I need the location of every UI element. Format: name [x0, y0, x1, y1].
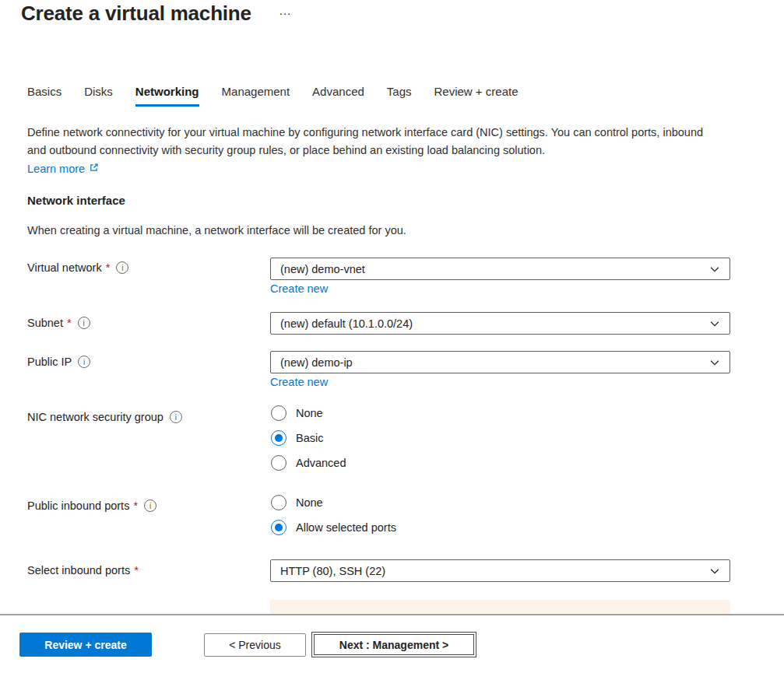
public-ip-label: Public IP i: [27, 356, 90, 368]
public-inbound-ports-radio-none[interactable]: None: [271, 495, 323, 510]
required-mark: *: [67, 317, 72, 329]
tab-description-text: Define network connectivity for your vir…: [27, 126, 703, 156]
subnet-select[interactable]: (new) default (10.1.0.0/24): [270, 312, 730, 335]
info-icon[interactable]: i: [78, 317, 90, 329]
public-inbound-ports-radio-allow-selected[interactable]: Allow selected ports: [271, 520, 396, 535]
radio-label: Basic: [296, 432, 323, 444]
required-mark: *: [106, 261, 111, 274]
info-icon[interactable]: i: [116, 261, 128, 274]
chevron-down-icon: [709, 357, 720, 368]
wizard-tabs: Basics Disks Networking Management Advan…: [27, 85, 518, 107]
tab-management[interactable]: Management: [222, 85, 290, 107]
previous-button[interactable]: < Previous: [204, 633, 306, 657]
subnet-label: Subnet * i: [27, 317, 90, 329]
info-icon[interactable]: i: [144, 499, 156, 512]
tab-disks[interactable]: Disks: [84, 85, 113, 107]
review-create-button[interactable]: Review + create: [19, 633, 152, 657]
nic-nsg-radio-advanced[interactable]: Advanced: [271, 455, 346, 471]
info-icon[interactable]: i: [170, 411, 182, 423]
tab-review-create[interactable]: Review + create: [434, 85, 519, 107]
footer-divider: [0, 614, 784, 615]
info-icon[interactable]: i: [78, 356, 90, 368]
chevron-down-icon: [709, 566, 720, 577]
more-options-button[interactable]: ...: [279, 5, 292, 16]
select-inbound-ports-value: HTTP (80), SSH (22): [280, 565, 385, 577]
virtual-network-value: (new) demo-vnet: [280, 263, 365, 275]
radio-selected-icon: [271, 520, 287, 535]
radio-label: Advanced: [296, 457, 346, 469]
external-link-icon: [89, 160, 99, 178]
tab-advanced[interactable]: Advanced: [312, 85, 364, 107]
public-ip-create-new-link[interactable]: Create new: [270, 376, 328, 388]
select-inbound-ports-select[interactable]: HTTP (80), SSH (22): [270, 559, 730, 582]
nic-nsg-label: NIC network security group i: [27, 411, 182, 423]
radio-label: None: [296, 496, 323, 509]
section-subheading: When creating a virtual machine, a netwo…: [27, 224, 406, 237]
tab-description: Define network connectivity for your vir…: [27, 124, 715, 178]
tab-tags[interactable]: Tags: [387, 85, 412, 107]
subnet-value: (new) default (10.1.0.0/24): [280, 317, 413, 330]
virtual-network-label: Virtual network * i: [27, 261, 128, 274]
create-vm-page: Create a virtual machine ... Basics Disk…: [0, 0, 784, 673]
nic-nsg-radio-none[interactable]: None: [271, 405, 323, 421]
required-mark: *: [133, 499, 138, 512]
page-title: Create a virtual machine: [21, 2, 251, 26]
tab-networking[interactable]: Networking: [135, 85, 199, 107]
required-mark: *: [134, 564, 139, 577]
radio-icon: [271, 455, 287, 471]
select-inbound-ports-label: Select inbound ports *: [27, 564, 139, 577]
chevron-down-icon: [709, 264, 720, 275]
learn-more-link[interactable]: Learn more: [27, 160, 99, 178]
radio-label: None: [296, 407, 323, 419]
next-management-button[interactable]: Next : Management >: [311, 632, 476, 657]
tab-basics[interactable]: Basics: [27, 85, 62, 107]
warning-banner-clipped: [270, 600, 730, 614]
virtual-network-select[interactable]: (new) demo-vnet: [270, 258, 730, 280]
radio-icon: [271, 495, 287, 510]
public-ip-select[interactable]: (new) demo-ip: [270, 351, 730, 373]
nic-nsg-radio-basic[interactable]: Basic: [271, 430, 323, 446]
public-ip-value: (new) demo-ip: [280, 356, 353, 369]
learn-more-label: Learn more: [27, 160, 85, 178]
virtual-network-create-new-link[interactable]: Create new: [270, 282, 328, 295]
public-inbound-ports-label: Public inbound ports * i: [27, 499, 156, 512]
chevron-down-icon: [709, 318, 720, 329]
radio-label: Allow selected ports: [296, 521, 396, 534]
section-heading-network-interface: Network interface: [27, 194, 125, 207]
radio-icon: [271, 405, 287, 421]
page-header: Create a virtual machine ...: [21, 2, 291, 26]
radio-selected-icon: [271, 430, 287, 446]
